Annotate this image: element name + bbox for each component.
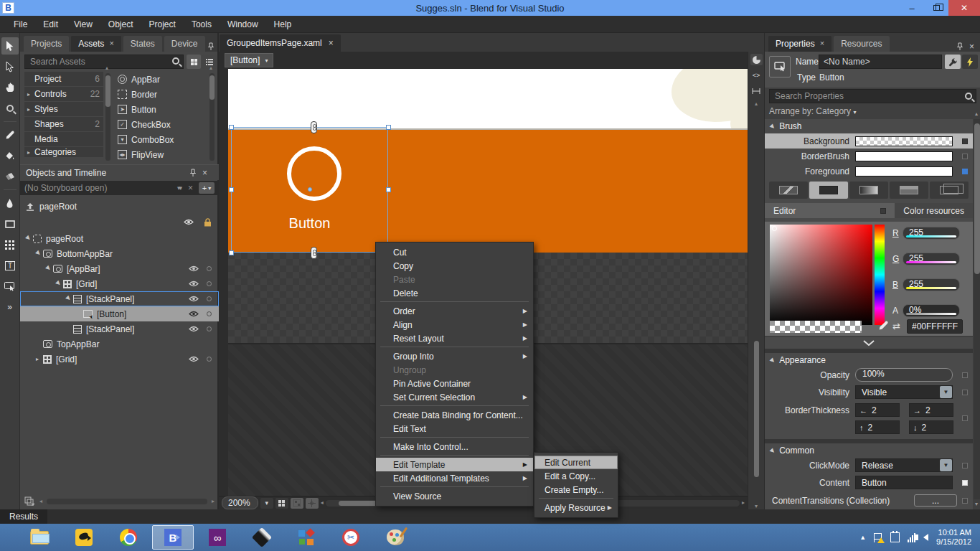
close-button[interactable]: ✕ bbox=[948, 0, 980, 16]
swap-color-icon[interactable]: ⇄ bbox=[892, 321, 900, 331]
submenu-item-edit-current[interactable]: Edit Current bbox=[534, 456, 618, 469]
pin-dot-icon[interactable] bbox=[207, 311, 212, 316]
tray-expand-icon[interactable]: ▲ bbox=[859, 534, 866, 541]
taskbar-file-explorer-icon[interactable] bbox=[19, 525, 60, 550]
selection-handle-nw[interactable] bbox=[229, 125, 234, 130]
tree-item-grid2[interactable]: ▸[Grid] bbox=[20, 352, 219, 367]
tree-item-appbar[interactable]: ▶[AppBar] bbox=[20, 261, 219, 276]
opacity-field[interactable]: 100% bbox=[855, 368, 953, 382]
lock-icon[interactable] bbox=[204, 218, 212, 227]
clock[interactable]: 10:01 AM 9/15/2012 bbox=[936, 528, 971, 547]
timeline-toggle-icon[interactable] bbox=[24, 496, 35, 507]
saturation-brightness-picker[interactable] bbox=[770, 225, 872, 325]
new-storyboard-button[interactable]: +▾ bbox=[199, 182, 215, 194]
menu-view[interactable]: View bbox=[66, 17, 100, 32]
document-tab[interactable]: GroupedItemsPage.xaml× bbox=[220, 34, 341, 52]
expander-icon[interactable]: ▸ bbox=[27, 106, 34, 113]
advanced-options-marker[interactable] bbox=[962, 154, 968, 159]
code-view-button[interactable]: <> bbox=[750, 70, 763, 81]
menu-item-make-into-control[interactable]: Make Into Control... bbox=[376, 440, 533, 453]
taskbar-chrome-icon[interactable] bbox=[108, 525, 149, 550]
asset-button[interactable]: ➤Button bbox=[115, 102, 205, 117]
thickness-right-field[interactable]: →2 bbox=[909, 403, 953, 417]
expander-icon[interactable]: ▸ bbox=[27, 91, 34, 98]
split-view-button[interactable] bbox=[750, 85, 763, 97]
advanced-options-marker[interactable] bbox=[962, 390, 968, 395]
taskbar-visual-studio-icon[interactable]: ∞ bbox=[197, 525, 238, 550]
borderbrush-swatch[interactable] bbox=[855, 151, 953, 161]
direct-selection-tool-icon[interactable] bbox=[1, 58, 19, 75]
thickness-bottom-field[interactable]: ↓2 bbox=[909, 420, 953, 434]
anchor-chain-top-icon[interactable] bbox=[311, 121, 317, 133]
category-shapes[interactable]: Shapes2 bbox=[24, 117, 103, 131]
category-controls[interactable]: ▸Controls22 bbox=[24, 87, 103, 101]
menu-item-align[interactable]: Align▶ bbox=[376, 318, 533, 331]
pen-tool-icon[interactable] bbox=[1, 194, 19, 212]
search-properties-input[interactable] bbox=[769, 89, 976, 103]
arrange-by-control[interactable]: Arrange by: Category ▾ bbox=[769, 106, 856, 116]
close-icon[interactable]: × bbox=[109, 39, 113, 52]
snap-grid-button[interactable] bbox=[291, 498, 303, 509]
gradient-brush-button[interactable] bbox=[849, 182, 888, 199]
zoom-level-control[interactable]: 200% bbox=[222, 496, 258, 509]
eye-icon[interactable] bbox=[189, 265, 199, 272]
category-media[interactable]: Media bbox=[24, 132, 103, 146]
menu-object[interactable]: Object bbox=[100, 17, 141, 32]
volume-icon[interactable] bbox=[923, 534, 928, 541]
color-picker-dot[interactable] bbox=[772, 226, 777, 231]
menu-item-reset-layout[interactable]: Reset Layout▶ bbox=[376, 331, 533, 345]
tree-item-grid[interactable]: ▶[Grid] bbox=[20, 276, 219, 291]
solid-brush-button[interactable] bbox=[809, 182, 848, 199]
results-tab[interactable]: Results bbox=[0, 509, 47, 524]
taskbar-inkscape-icon[interactable] bbox=[241, 525, 283, 550]
menu-item-edit-template[interactable]: Edit Template▶ bbox=[376, 458, 533, 471]
red-field[interactable]: 255 bbox=[903, 227, 960, 240]
tree-item-pageroot[interactable]: ▶pageRoot bbox=[20, 231, 219, 246]
blue-field[interactable]: 255 bbox=[903, 278, 960, 291]
scroll-left-icon[interactable]: ◂ bbox=[39, 499, 42, 504]
h-scrollbar[interactable] bbox=[47, 499, 207, 504]
scroll-left-icon[interactable]: ◂ bbox=[321, 500, 324, 506]
hue-strip[interactable] bbox=[875, 225, 885, 325]
advanced-options-marker[interactable] bbox=[962, 463, 968, 468]
pin-icon[interactable] bbox=[207, 42, 215, 51]
menu-project[interactable]: Project bbox=[141, 17, 184, 32]
switch-views-button[interactable] bbox=[750, 54, 763, 65]
no-brush-button[interactable] bbox=[769, 182, 808, 199]
close-icon[interactable]: × bbox=[329, 38, 334, 52]
pin-dot-icon[interactable] bbox=[207, 281, 212, 286]
menu-item-edit-text[interactable]: Edit Text bbox=[376, 422, 533, 435]
tree-item-topappbar[interactable]: TopAppBar bbox=[20, 336, 219, 352]
tab-device[interactable]: Device bbox=[164, 36, 205, 52]
selection-handle-ne[interactable] bbox=[386, 125, 391, 130]
menu-item-create-data-binding[interactable]: Create Data Binding for Content... bbox=[376, 408, 533, 422]
advanced-options-marker[interactable] bbox=[962, 372, 968, 378]
selection-tool-icon[interactable] bbox=[1, 37, 19, 55]
tree-item-button-highlighted[interactable]: [Button] bbox=[20, 306, 219, 321]
advanced-options-marker[interactable] bbox=[962, 138, 968, 144]
menu-item-set-current-selection[interactable]: Set Current Selection▶ bbox=[376, 390, 533, 404]
submenu-item-edit-a-copy[interactable]: Edit a Copy... bbox=[534, 469, 618, 483]
taskbar-snipping-tool-icon[interactable]: ✂ bbox=[330, 525, 372, 550]
menu-file[interactable]: File bbox=[6, 17, 35, 32]
taskbar-metro-app-icon[interactable] bbox=[286, 525, 327, 550]
search-assets-input[interactable] bbox=[24, 55, 184, 69]
pin-dot-icon[interactable] bbox=[207, 326, 212, 331]
paint-bucket-tool-icon[interactable] bbox=[1, 147, 19, 164]
pin-dot-icon[interactable] bbox=[207, 266, 212, 271]
asset-scrollbar[interactable]: ▴▾ bbox=[209, 73, 215, 161]
v-scrollbar[interactable] bbox=[753, 113, 760, 498]
brush-row-borderbrush[interactable]: BorderBrush bbox=[765, 149, 973, 164]
tab-projects[interactable]: Projects bbox=[24, 36, 69, 52]
menu-item-copy[interactable]: Copy bbox=[376, 259, 533, 273]
thickness-left-field[interactable]: ←2 bbox=[855, 403, 900, 417]
scroll-down-icon[interactable]: ▾ bbox=[975, 501, 978, 507]
eye-icon[interactable] bbox=[189, 281, 199, 287]
category-scrollbar[interactable]: ▴▾ bbox=[105, 73, 110, 161]
close-icon[interactable]: × bbox=[820, 39, 824, 52]
foreground-swatch[interactable] bbox=[855, 166, 953, 176]
power-icon[interactable] bbox=[890, 532, 900, 542]
brush-row-background[interactable]: Background bbox=[765, 133, 973, 149]
visibility-dropdown[interactable]: Visible▼ bbox=[855, 385, 953, 399]
tile-brush-button[interactable] bbox=[890, 182, 928, 199]
